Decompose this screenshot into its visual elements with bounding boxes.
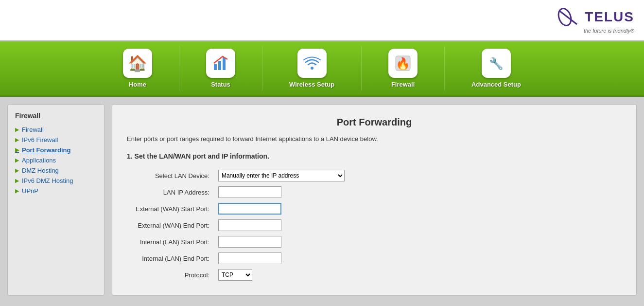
sidebar-item-ipv6-dmz-hosting[interactable]: ▶ IPv6 DMZ Hosting	[15, 176, 97, 186]
select-lan-device-label: Select LAN Device:	[132, 167, 214, 184]
tagline: the future is friendly®	[584, 28, 634, 34]
status-svg-icon	[212, 54, 229, 72]
external-start-port-label: External (WAN) Start Port:	[132, 200, 214, 217]
nav-wireless-label: Wireless Setup	[289, 81, 334, 88]
svg-rect-3	[218, 61, 221, 70]
svg-point-0	[557, 7, 573, 27]
status-icon	[206, 49, 235, 78]
wrench-svg-icon: 🔧	[487, 54, 505, 72]
content-panel: Port Forwarding Enter ports or port rang…	[112, 104, 637, 296]
description: Enter ports or port ranges required to f…	[127, 135, 622, 143]
nav-advanced-setup[interactable]: 🔧 Advanced Setup	[445, 46, 548, 90]
arrow-icon: ▶	[15, 157, 19, 163]
select-lan-device-dropdown[interactable]: Manually enter the IP address	[218, 170, 345, 181]
svg-rect-2	[214, 64, 217, 70]
arrow-icon: ▶	[15, 188, 19, 194]
svg-line-1	[560, 11, 577, 24]
telus-logo-icon	[557, 7, 582, 27]
arrow-icon: ▶	[15, 147, 19, 153]
sidebar-item-dmz-hosting-label: DMZ Hosting	[22, 167, 59, 174]
nav-home[interactable]: 🏠 Home	[96, 46, 179, 90]
header: TELUS the future is friendly®	[0, 0, 644, 41]
firewall-icon: 🔥	[388, 49, 418, 78]
firewall-svg-icon: 🔥	[394, 54, 412, 72]
brand-name: TELUS	[585, 9, 634, 25]
sidebar-item-port-forwarding[interactable]: ▶ Port Forwarding	[15, 145, 97, 155]
sidebar-item-port-forwarding-label: Port Forwarding	[22, 146, 70, 154]
svg-text:🔥: 🔥	[396, 56, 410, 71]
main-area: Firewall ▶ Firewall ▶ IPv6 Firewall ▶ Po…	[0, 97, 644, 303]
lan-ip-input[interactable]	[218, 186, 281, 198]
nav-wireless-setup[interactable]: Wireless Setup	[262, 46, 362, 90]
sidebar-item-applications[interactable]: ▶ Applications	[15, 155, 97, 165]
external-end-port-input[interactable]	[218, 219, 281, 231]
protocol-row: Protocol: TCP UDP Both	[132, 267, 348, 283]
svg-rect-4	[223, 57, 226, 70]
telus-logo: TELUS	[557, 7, 634, 27]
arrow-icon: ▶	[15, 178, 19, 184]
sidebar-item-upnp[interactable]: ▶ UPnP	[15, 186, 97, 196]
arrow-icon: ▶	[15, 167, 19, 174]
protocol-label: Protocol:	[132, 267, 214, 283]
internal-start-port-label: Internal (LAN) Start Port:	[132, 234, 214, 250]
section1-header: 1. Set the LAN/WAN port and IP informati…	[127, 152, 622, 160]
arrow-icon: ▶	[15, 137, 19, 143]
svg-point-5	[311, 67, 313, 70]
svg-text:🔧: 🔧	[489, 56, 504, 71]
sidebar: Firewall ▶ Firewall ▶ IPv6 Firewall ▶ Po…	[7, 104, 104, 296]
sidebar-item-upnp-label: UPnP	[22, 187, 38, 195]
external-end-port-row: External (WAN) End Port:	[132, 217, 348, 234]
navbar: 🏠 Home Status Wireless Setup	[0, 41, 644, 97]
internal-end-port-input[interactable]	[218, 252, 281, 264]
nav-status-label: Status	[211, 81, 230, 88]
sidebar-item-dmz-hosting[interactable]: ▶ DMZ Hosting	[15, 165, 97, 176]
wifi-svg-icon	[303, 54, 321, 72]
internal-start-port-row: Internal (LAN) Start Port:	[132, 234, 348, 250]
external-start-port-row: External (WAN) Start Port:	[132, 200, 348, 217]
nav-advanced-label: Advanced Setup	[471, 81, 521, 88]
lan-ip-row: LAN IP Address:	[132, 184, 348, 200]
internal-end-port-label: Internal (LAN) End Port:	[132, 250, 214, 267]
lan-ip-label: LAN IP Address:	[132, 184, 214, 200]
sidebar-item-applications-label: Applications	[22, 157, 56, 164]
logo-area: TELUS the future is friendly®	[557, 7, 634, 34]
home-icon: 🏠	[123, 49, 152, 78]
sidebar-item-ipv6-dmz-hosting-label: IPv6 DMZ Hosting	[22, 177, 73, 184]
nav-status[interactable]: Status	[179, 46, 262, 90]
sidebar-item-firewall-label: Firewall	[22, 126, 44, 133]
page-title: Port Forwarding	[127, 117, 622, 128]
protocol-dropdown[interactable]: TCP UDP Both	[218, 269, 252, 281]
sidebar-item-ipv6-firewall[interactable]: ▶ IPv6 Firewall	[15, 135, 97, 145]
port-forwarding-form: Select LAN Device: Manually enter the IP…	[132, 167, 348, 283]
nav-firewall-label: Firewall	[391, 81, 415, 88]
external-end-port-label: External (WAN) End Port:	[132, 217, 214, 234]
sidebar-title: Firewall	[15, 112, 97, 120]
internal-start-port-input[interactable]	[218, 236, 281, 248]
nav-home-label: Home	[129, 81, 146, 88]
select-lan-device-row: Select LAN Device: Manually enter the IP…	[132, 167, 348, 184]
sidebar-item-firewall[interactable]: ▶ Firewall	[15, 125, 97, 135]
advanced-setup-icon: 🔧	[482, 49, 511, 78]
external-start-port-input[interactable]	[218, 203, 281, 215]
internal-end-port-row: Internal (LAN) End Port:	[132, 250, 348, 267]
nav-firewall[interactable]: 🔥 Firewall	[362, 46, 445, 90]
sidebar-item-ipv6-firewall-label: IPv6 Firewall	[22, 136, 58, 144]
wireless-icon	[297, 49, 327, 78]
arrow-icon: ▶	[15, 126, 19, 133]
